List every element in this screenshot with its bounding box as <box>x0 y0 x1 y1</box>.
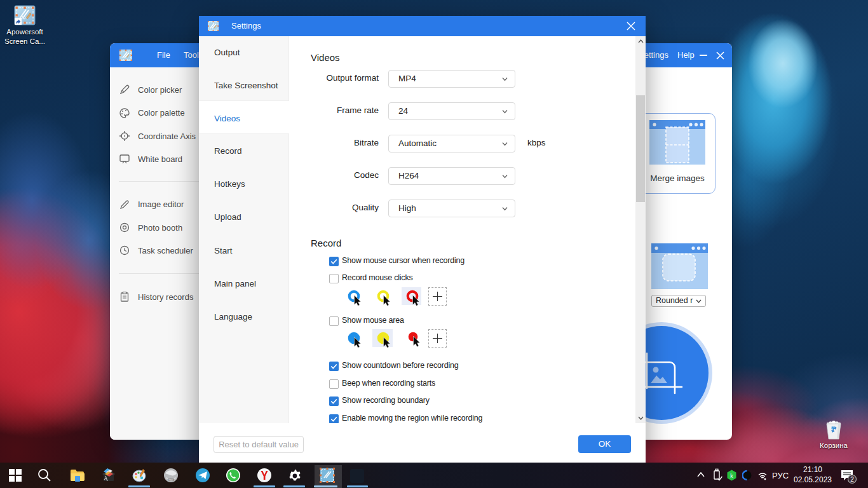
svg-text:k: k <box>730 473 733 479</box>
svg-text:2: 2 <box>850 476 854 483</box>
svg-text:PRO: PRO <box>168 479 173 482</box>
